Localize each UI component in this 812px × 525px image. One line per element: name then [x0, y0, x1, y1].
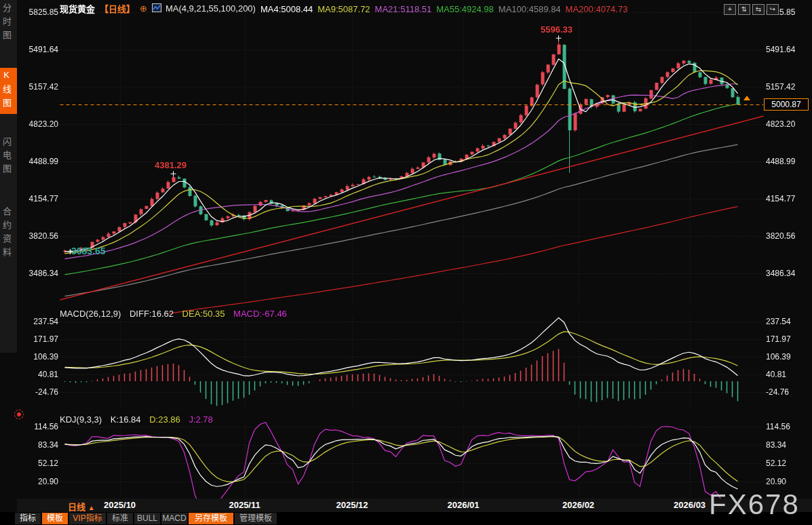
axis-tick-label: 3820.56	[19, 231, 58, 241]
axis-tick-label: 5491.64	[19, 45, 58, 54]
axis-tick-label: 3820.56	[766, 231, 795, 241]
axis-tick-label: 237.54	[19, 317, 58, 326]
axis-tick-label: 4823.20	[19, 119, 58, 129]
sidebar-item-time-chart[interactable]: 分时图	[0, 3, 17, 44]
macd-hist-value: MACD:-67.46	[233, 309, 287, 319]
axis-tick-label: -24.76	[766, 387, 789, 397]
date-label: 2025/12	[336, 500, 368, 510]
axis-tick-label: 5491.64	[766, 45, 795, 54]
axis-tick-label: -24.76	[19, 387, 58, 397]
ma-value-label: MA9:5087.72	[317, 4, 370, 14]
timeframe-selector[interactable]: 日线 ▲	[68, 500, 95, 513]
current-price-label: 5000.87	[764, 98, 809, 111]
axis-tick-label: 5825.85	[19, 7, 58, 17]
axis-tick-label: 237.54	[766, 317, 791, 326]
macd-title[interactable]: MACD(26,12,9)	[60, 309, 121, 319]
kdj-j-value: J:2.78	[189, 414, 212, 425]
toolbar-templates-button[interactable]: 模板	[42, 513, 68, 524]
macd-dea-value: DEA:50.35	[182, 309, 225, 319]
window-icons: +⇅⇆↪	[722, 2, 779, 15]
axis-tick-label: 4154.77	[766, 194, 795, 203]
toolbar-standard-button[interactable]: 标准	[107, 513, 133, 524]
price-alert-icon[interactable]	[743, 96, 750, 100]
axis-tick-label: 40.81	[19, 370, 58, 379]
toolbar-manage-templates-button[interactable]: 管理模板	[235, 513, 277, 524]
axis-tick-label: 3486.34	[19, 269, 58, 278]
date-label: 2026/02	[562, 500, 594, 510]
scale-horizontal-icon[interactable]: ⇆	[752, 4, 765, 15]
axis-tick-label: 3486.34	[766, 269, 795, 278]
sidebar-item-flash-chart[interactable]: 闪电图	[0, 137, 17, 178]
chart-header: 现货黄金【日线】⊕MA(4,9,21,55,100,200)MA4:5008.4…	[60, 2, 637, 13]
swing-high-annotation: 4381.29	[155, 160, 187, 170]
ma-value-label: MA4:5008.44	[260, 4, 313, 14]
axis-tick-label: 4488.99	[19, 157, 58, 166]
price-chart-canvas[interactable]	[0, 0, 812, 525]
axis-tick-label: 52.12	[766, 459, 786, 468]
toolbar-bull-button[interactable]: BULL	[134, 513, 160, 524]
axis-tick-label: 106.39	[766, 352, 791, 362]
chart-application: 分时图 K线图 闪电图 合约资料 现货黄金【日线】⊕MA(4,9,21,55,1…	[0, 0, 812, 525]
axis-tick-label: 106.39	[19, 352, 58, 362]
axis-tick-label: 20.90	[766, 477, 786, 486]
live-indicator-icon	[14, 410, 24, 419]
period-low-annotation: 3683.65	[71, 246, 106, 256]
date-label: 2025/11	[229, 500, 260, 510]
ma-params-label: MA(4,9,21,55,100,200)	[166, 3, 256, 14]
axis-tick-label: 83.34	[19, 440, 58, 450]
axis-tick-label: 83.34	[766, 440, 786, 450]
axis-tick-label: 20.90	[19, 477, 58, 486]
timeframe-label[interactable]: 【日线】	[100, 4, 135, 14]
export-chart-icon[interactable]: ↪	[767, 4, 779, 15]
kdj-k-value: K:16.84	[111, 414, 141, 425]
add-overlay-icon[interactable]: ⊕	[140, 3, 147, 14]
watermark: FX678	[709, 488, 800, 521]
symbol-name[interactable]: 现货黄金	[60, 4, 95, 14]
kdj-pane-header: KDJ(9,3,3) K:16.84 D:23.86 J:2.78	[60, 414, 219, 425]
scale-vertical-icon[interactable]: ⇅	[738, 4, 750, 15]
ma-values: MA4:5008.44MA9:5087.72MA21:5118.51MA55:4…	[260, 3, 632, 13]
axis-tick-label: 40.81	[766, 370, 786, 379]
bottom-toolbar: 指标 模板 VIP指标 标准 BULL MACD 另存模板 管理模板	[0, 512, 812, 525]
ma-value-label: MA21:5118.51	[375, 4, 432, 14]
axis-tick-label: 114.56	[19, 422, 58, 431]
axis-tick-label: 4488.99	[766, 157, 795, 166]
axis-tick-label: 52.12	[19, 459, 58, 468]
axis-tick-label: 4154.77	[19, 194, 58, 203]
period-high-annotation: 5596.33	[541, 24, 573, 35]
pan-move-icon[interactable]: +	[724, 4, 736, 15]
sidebar-item-contract-info[interactable]: 合约资料	[0, 207, 17, 261]
kdj-d-value: D:23.86	[149, 414, 180, 425]
macd-diff-value: DIFF:16.62	[130, 309, 174, 319]
ma-value-label: MA100:4589.84	[499, 4, 561, 14]
toolbar-vip-indicators-button[interactable]: VIP指标	[69, 513, 106, 524]
sidebar-item-kline-chart[interactable]: K线图	[0, 68, 17, 114]
ma-value-label: MA55:4924.98	[436, 4, 494, 14]
date-axis-row: 日线 ▲ 2025/102025/112025/122026/012026/02…	[17, 499, 812, 512]
date-label: 2026/03	[674, 500, 705, 510]
kdj-title[interactable]: KDJ(9,3,3)	[60, 414, 102, 425]
axis-tick-label: 5157.42	[19, 82, 58, 92]
toolbar-macd-button[interactable]: MACD	[161, 513, 187, 524]
mini-chart-icon	[152, 3, 161, 12]
left-sidebar: 分时图 K线图 闪电图 合约资料	[0, 0, 17, 353]
macd-pane-header: MACD(26,12,9) DIFF:16.62 DEA:50.35 MACD:…	[60, 309, 293, 319]
toolbar-indicators-button[interactable]: 指标	[15, 513, 41, 524]
date-label: 2025/10	[104, 500, 136, 510]
axis-tick-label: 114.56	[766, 422, 790, 431]
axis-tick-label: 4823.20	[766, 119, 795, 129]
date-label: 2026/01	[448, 500, 480, 510]
toolbar-save-template-button[interactable]: 另存模板	[189, 513, 233, 524]
axis-tick-label: 171.97	[766, 334, 791, 344]
axis-tick-label: 171.97	[19, 334, 58, 344]
axis-tick-label: 5157.42	[766, 82, 795, 92]
ma-value-label: MA200:4074.73	[566, 4, 628, 14]
